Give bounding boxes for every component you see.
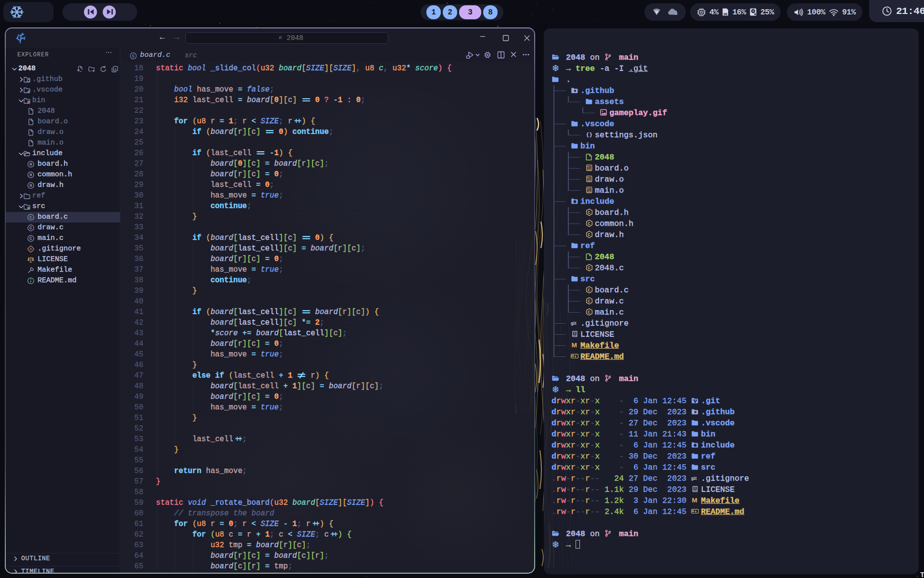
- svg-text:{}: {}: [586, 132, 592, 138]
- svg-text:10: 10: [587, 179, 591, 182]
- svg-text:C: C: [132, 54, 134, 59]
- svg-text:C: C: [29, 236, 32, 241]
- svg-text:10: 10: [587, 168, 591, 171]
- svg-text:H: H: [29, 162, 32, 167]
- svg-text:C: C: [588, 210, 590, 215]
- svg-text:H: H: [29, 173, 32, 178]
- svg-text:M: M: [571, 342, 577, 349]
- svg-text:C: C: [588, 233, 590, 237]
- svg-text:H: H: [29, 184, 32, 188]
- svg-text:git: git: [571, 321, 577, 326]
- svg-text:C: C: [588, 222, 590, 226]
- svg-text:C: C: [29, 226, 32, 231]
- svg-text:M: M: [692, 497, 697, 504]
- svg-text:C: C: [588, 299, 590, 304]
- svg-text:C: C: [29, 215, 32, 220]
- svg-text:10: 10: [587, 190, 591, 193]
- svg-text:C: C: [588, 288, 590, 293]
- svg-text:C: C: [588, 310, 590, 315]
- svg-text:C: C: [588, 266, 590, 271]
- svg-text:git: git: [691, 476, 697, 481]
